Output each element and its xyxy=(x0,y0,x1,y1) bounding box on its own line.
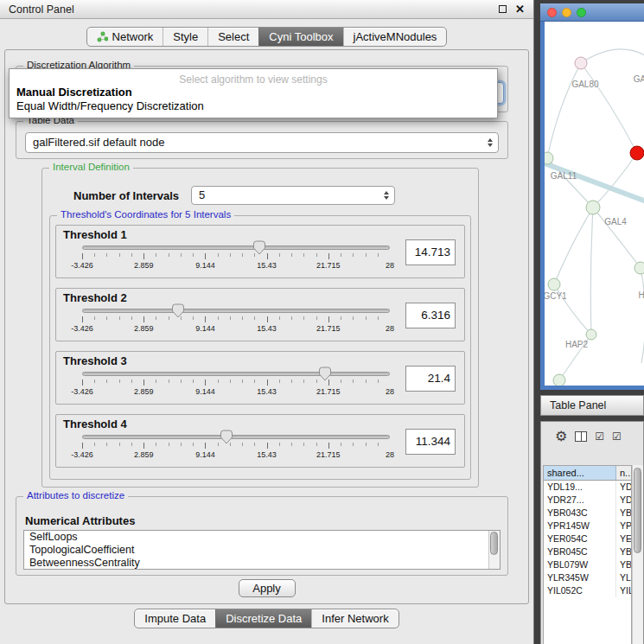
close-icon[interactable]: ✕ xyxy=(515,3,525,15)
table-row[interactable]: YBR045CYBR0... xyxy=(544,545,631,558)
dropdown-option-manual[interactable]: Manual Discretization xyxy=(10,86,497,99)
slider-track[interactable] xyxy=(82,309,390,313)
table-row[interactable]: YBL079WYBL0... xyxy=(544,558,631,571)
threshold-value[interactable]: 21.4 xyxy=(405,366,456,392)
table-cell[interactable]: YBR045C xyxy=(544,545,616,558)
table-row[interactable]: YIL052CYIL0... xyxy=(544,584,631,597)
scale-label: 28 xyxy=(386,261,394,270)
checkbox-icon[interactable]: ☑ xyxy=(612,431,622,442)
table-cell[interactable]: YBR0... xyxy=(616,545,631,558)
tab-select[interactable]: Select xyxy=(207,28,258,46)
thresholds-list: Threshold 1 -3.4262.8599.14415.4321.7152… xyxy=(50,225,470,479)
scrollbar-thumb[interactable] xyxy=(490,532,498,555)
network-edge xyxy=(547,63,581,158)
apply-button[interactable]: Apply xyxy=(239,579,296,597)
threshold-panel: Threshold 3 -3.4262.8599.14415.4321.7152… xyxy=(55,351,465,405)
tab-impute-data[interactable]: Impute Data xyxy=(135,609,215,628)
table-cell[interactable]: YBL0... xyxy=(616,558,631,571)
table-cell[interactable]: YIL052C xyxy=(544,584,616,597)
scale-label: 21.715 xyxy=(316,387,341,396)
table-cell[interactable]: YER0... xyxy=(616,532,631,545)
tab-network[interactable]: Network xyxy=(87,28,163,46)
scrollbar-thumb[interactable] xyxy=(634,468,641,553)
table-cell[interactable]: YER054C xyxy=(544,532,616,545)
threshold-value[interactable]: 6.316 xyxy=(405,303,456,328)
checkbox-icon[interactable]: ☑ xyxy=(595,431,604,442)
table-scrollbar[interactable] xyxy=(632,465,643,644)
gear-icon[interactable]: ⚙ xyxy=(555,430,567,443)
attribute-item[interactable]: BetweennessCentrality xyxy=(24,557,500,570)
network-node[interactable] xyxy=(553,374,565,386)
dropdown-option-equal-width[interactable]: Equal Width/Frequency Discretization xyxy=(10,99,497,113)
table-row[interactable]: YBR043CYBR0... xyxy=(544,507,631,520)
minimize-traffic-light-icon[interactable] xyxy=(562,8,571,17)
table-cell[interactable]: YPR1... xyxy=(616,520,631,532)
list-scrollbar[interactable] xyxy=(488,531,500,569)
table-cell[interactable]: YBR043C xyxy=(544,507,616,520)
tab-discretize-data[interactable]: Discretize Data xyxy=(215,609,311,628)
table-row[interactable]: YDL19...YDL1... xyxy=(544,481,631,494)
network-node[interactable] xyxy=(630,146,644,160)
table-row[interactable]: YPR145WYPR1... xyxy=(544,520,631,532)
network-edge xyxy=(581,63,637,153)
table-cell[interactable]: YBL079W xyxy=(544,558,616,571)
table-cell[interactable]: YDL19... xyxy=(544,481,616,494)
threshold-slider[interactable]: -3.4262.8599.14415.4321.71528 xyxy=(82,245,390,277)
network-node[interactable] xyxy=(545,152,553,164)
column-header-name[interactable]: n... xyxy=(616,466,631,480)
attribute-item[interactable]: TopologicalCoefficient xyxy=(24,544,500,557)
network-canvas[interactable]: GAL80GAL11GAL4GCY1HAP2GAH xyxy=(545,22,644,386)
column-header-shared-name[interactable]: shared... xyxy=(544,466,616,480)
network-node[interactable] xyxy=(575,57,587,69)
network-node[interactable] xyxy=(548,278,560,290)
table-cell[interactable]: YPR145W xyxy=(544,520,616,532)
network-window-titlebar[interactable] xyxy=(540,3,644,22)
slider-track[interactable] xyxy=(82,435,390,439)
slider-ruler xyxy=(82,379,390,386)
attribute-item[interactable]: SelfLoops xyxy=(24,531,500,544)
tab-label: jActiveMNodules xyxy=(354,30,437,43)
network-node[interactable] xyxy=(586,201,600,214)
threshold-value[interactable]: 11.344 xyxy=(405,429,456,455)
number-of-intervals-combo[interactable]: 5 xyxy=(191,186,395,205)
threshold-slider[interactable]: -3.4262.8599.14415.4321.71528 xyxy=(82,435,390,466)
attributes-group: Attributes to discretize Numerical Attri… xyxy=(16,496,508,576)
panel-title: Control Panel xyxy=(9,3,74,16)
table-row[interactable]: YLR345WYLR3... xyxy=(544,571,631,584)
table-cell[interactable]: YLR3... xyxy=(616,571,631,584)
tab-infer-network[interactable]: Infer Network xyxy=(311,609,398,628)
network-node[interactable] xyxy=(634,262,644,274)
table-cell[interactable]: YDL1... xyxy=(616,481,631,494)
close-traffic-light-icon[interactable] xyxy=(547,8,557,17)
table-row[interactable]: YER054CYER0... xyxy=(544,532,631,545)
table-row[interactable]: YDR27...YDR2... xyxy=(544,494,631,507)
numerical-attributes-list: SelfLoopsTopologicalCoefficientBetweenne… xyxy=(23,530,501,570)
network-node[interactable] xyxy=(586,329,596,340)
scale-label: 28 xyxy=(386,387,394,396)
tab-cyni-toolbox[interactable]: Cyni Toolbox xyxy=(258,28,342,46)
tab-jactivemnodules[interactable]: jActiveMNodules xyxy=(343,28,447,46)
threshold-slider[interactable]: -3.4262.8599.14415.4321.71528 xyxy=(82,372,390,403)
float-window-icon[interactable] xyxy=(499,5,507,13)
zoom-traffic-light-icon[interactable] xyxy=(577,8,586,17)
scale-label: 15.43 xyxy=(257,261,277,270)
scale-label: -3.426 xyxy=(71,324,93,333)
slider-track[interactable] xyxy=(82,245,390,250)
table-cell[interactable]: YDR27... xyxy=(544,494,616,507)
table-cell[interactable]: YBR0... xyxy=(616,507,631,520)
group-title: Interval Definition xyxy=(49,162,133,172)
table-cell[interactable]: YLR345W xyxy=(544,571,616,584)
columns-icon[interactable] xyxy=(575,431,587,442)
slider-track[interactable] xyxy=(82,372,390,376)
table-data-combo[interactable]: galFiltered.sif default node xyxy=(25,132,499,153)
table-header: shared... n... xyxy=(544,466,631,481)
table-data-group: Table Data galFiltered.sif default node xyxy=(16,121,508,159)
threshold-value[interactable]: 14.713 xyxy=(405,239,456,265)
tab-style[interactable]: Style xyxy=(163,28,207,46)
table-cell[interactable]: YDR2... xyxy=(616,494,631,507)
threshold-slider[interactable]: -3.4262.8599.14415.4321.71528 xyxy=(82,309,390,340)
table-cell[interactable]: YIL0... xyxy=(616,584,631,597)
network-node-label: GAL4 xyxy=(604,217,627,226)
network-canvas-area[interactable]: GAL80GAL11GAL4GCY1HAP2GAH xyxy=(545,22,644,386)
threshold-label: Threshold 1 xyxy=(63,228,127,241)
